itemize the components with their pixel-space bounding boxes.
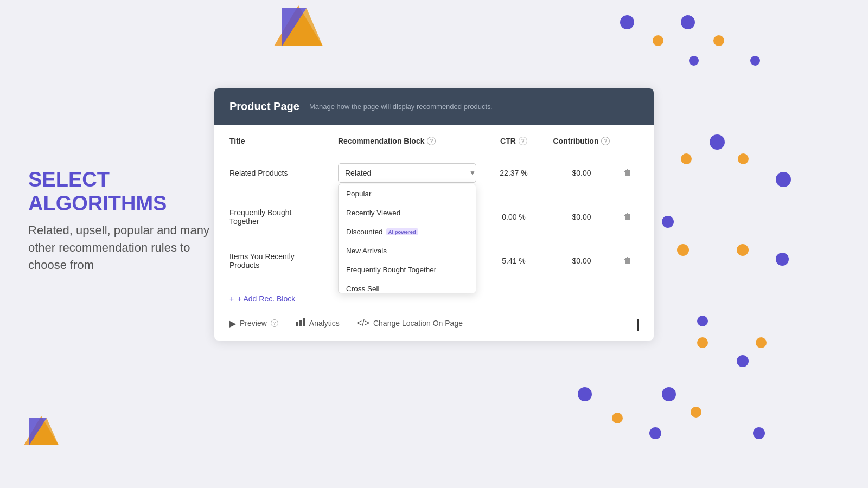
card-header: Product Page Manage how the page will di…	[214, 88, 654, 125]
dot-purple-10	[737, 355, 749, 367]
left-description: Related, upsell, popular and many other …	[28, 222, 229, 274]
dot-orange-1	[653, 35, 663, 46]
card-body: Title Recommendation Block ? CTR ? Contr…	[214, 125, 654, 309]
card-footer: ▶ Preview ? Analytics </> Change Locatio…	[214, 309, 654, 341]
code-icon: </>	[357, 318, 369, 328]
dot-purple-13	[649, 427, 661, 439]
dot-orange-9	[612, 413, 623, 423]
preview-info-icon[interactable]: ?	[271, 319, 278, 327]
dropdown-menu: Popular Recently Viewed Discounted AI po…	[338, 184, 476, 293]
left-headline: SELECT ALGORITHMS	[28, 168, 229, 215]
add-rec-button[interactable]: + + Add Rec. Block	[229, 294, 295, 303]
dropdown-item-discounted[interactable]: Discounted AI powered	[339, 222, 476, 241]
svg-rect-7	[299, 320, 302, 326]
dot-purple-14	[753, 427, 765, 439]
dot-orange-3	[681, 153, 692, 164]
plus-icon: +	[229, 294, 234, 303]
change-location-button[interactable]: </> Change Location On Page	[357, 318, 463, 328]
dot-orange-10	[691, 407, 701, 418]
dot-purple-9	[697, 316, 708, 326]
dot-purple-6	[710, 134, 725, 150]
contribution-info-icon[interactable]: ?	[601, 137, 610, 145]
dot-orange-8	[756, 337, 767, 348]
col-recommendation-block: Recommendation Block ?	[338, 137, 481, 145]
row-1-title: Related Products	[229, 169, 338, 177]
table-row: Related Products Related Popular Recentl…	[229, 151, 639, 195]
dropdown-item-frequently-bought[interactable]: Frequently Bought Together	[339, 260, 476, 279]
dot-purple-11	[578, 387, 592, 401]
dropdown-item-recently-viewed[interactable]: Recently Viewed	[339, 203, 476, 222]
dropdown-item-popular[interactable]: Popular	[339, 184, 476, 203]
col-ctr: CTR ?	[481, 137, 546, 145]
row-3-title: Items You RecentlyProducts	[229, 252, 338, 269]
dot-purple-5	[776, 172, 791, 187]
row-1-select-wrapper: Related Popular Recently Viewed Discount…	[338, 163, 481, 183]
preview-button[interactable]: ▶ Preview ?	[229, 318, 278, 329]
row-1-delete-button[interactable]: 🗑	[617, 168, 639, 178]
dot-purple-2	[681, 15, 695, 29]
recommendation-block-info-icon[interactable]: ?	[427, 137, 436, 145]
col-title: Title	[229, 137, 338, 145]
dot-orange-7	[697, 337, 708, 348]
ai-badge-discounted: AI powered	[386, 228, 418, 235]
row-2-title: Frequently BoughtTogether	[229, 208, 338, 226]
row-1-recommendation-select[interactable]: Related Popular Recently Viewed Discount…	[338, 163, 476, 183]
dropdown-item-cross-sell[interactable]: Cross Sell	[339, 279, 476, 293]
cursor-line	[637, 319, 639, 331]
row-3-contribution: $0.00	[546, 256, 617, 265]
col-contribution: Contribution ?	[546, 137, 617, 145]
dot-purple-8	[776, 253, 789, 266]
dot-orange-2	[713, 35, 724, 46]
logo-bottom	[22, 414, 61, 458]
main-card: Product Page Manage how the page will di…	[214, 88, 654, 341]
row-3-ctr: 5.41 %	[481, 256, 546, 265]
row-2-delete-button[interactable]: 🗑	[617, 212, 639, 222]
dot-purple-4	[750, 56, 760, 66]
dot-orange-5	[677, 244, 689, 256]
row-1-ctr: 22.37 %	[481, 169, 546, 177]
dot-purple-3	[689, 56, 699, 66]
ctr-info-icon[interactable]: ?	[519, 137, 527, 145]
row-2-ctr: 0.00 %	[481, 213, 546, 221]
analytics-button[interactable]: Analytics	[296, 318, 340, 329]
play-icon: ▶	[229, 318, 236, 329]
dot-purple-7	[662, 216, 674, 228]
page-subtitle: Manage how the page will display recomme…	[309, 102, 493, 111]
svg-rect-8	[303, 318, 305, 326]
dot-purple-1	[620, 15, 634, 29]
table-header: Title Recommendation Block ? CTR ? Contr…	[229, 125, 639, 151]
dot-orange-6	[737, 244, 749, 256]
dropdown-item-new-arrivals[interactable]: New Arrivals	[339, 241, 476, 260]
row-3-delete-button[interactable]: 🗑	[617, 256, 639, 266]
analytics-icon	[296, 318, 305, 329]
page-title: Product Page	[229, 100, 299, 113]
row-1-contribution: $0.00	[546, 169, 617, 177]
left-content: SELECT ALGORITHMS Related, upsell, popul…	[28, 168, 229, 274]
dropdown-menu-list: Popular Recently Viewed Discounted AI po…	[339, 184, 476, 293]
row-2-contribution: $0.00	[546, 213, 617, 221]
dot-orange-4	[738, 153, 749, 164]
svg-rect-6	[296, 322, 298, 326]
logo-top	[271, 3, 326, 62]
dot-purple-12	[662, 387, 676, 401]
